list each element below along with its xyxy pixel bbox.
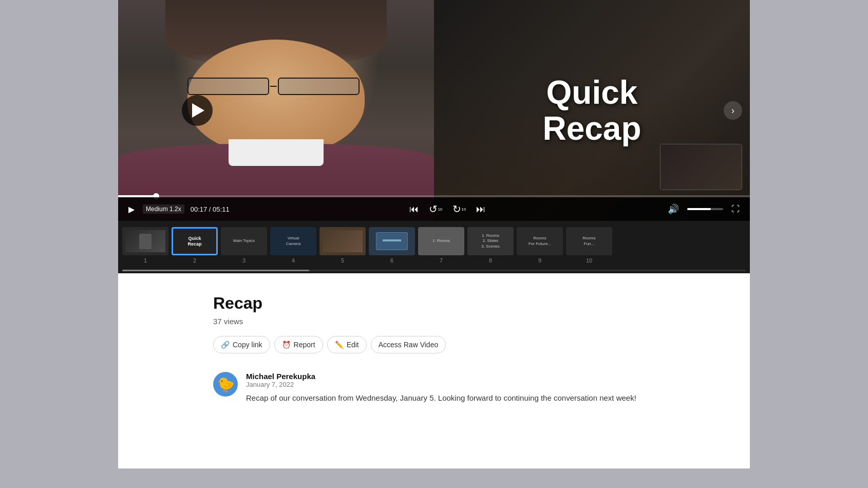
thumb-num-3: 3 — [242, 257, 246, 264]
thumb-img-5 — [319, 227, 366, 255]
thumb-text-9: RoomsFor Future... — [529, 236, 551, 247]
thumbnail-5[interactable]: 5 — [319, 227, 366, 264]
current-time: 00:17 / 05:11 — [191, 205, 230, 213]
thumbnail-6[interactable]: 6 — [369, 227, 415, 264]
scroll-bar-fill — [122, 270, 309, 271]
content-inner: Recap 37 views 🔗 Copy link ⏰ Report ✏️ E… — [203, 294, 665, 404]
avatar: 🐤 — [213, 372, 238, 397]
comment-content: Michael Perekupka January 7, 2022 Recap … — [246, 372, 655, 404]
thumb-text-4: VirtualCamera — [286, 236, 300, 247]
thumbnail-strip: 1 QuickRecap 2 Main Topics 3 VirtualCame… — [118, 221, 750, 268]
view-count: 37 views — [213, 317, 655, 326]
video-right-panel: Quick Recap › — [434, 0, 750, 221]
thumb-num-6: 6 — [390, 257, 393, 264]
volume-button[interactable]: 🔊 — [666, 201, 681, 217]
next-slide-button[interactable]: › — [724, 101, 742, 120]
thumb-text-3: Main Topics — [233, 238, 255, 243]
replay10-button[interactable]: ↺10 — [427, 201, 444, 217]
video-left-panel — [118, 0, 434, 221]
thumb-num-1: 1 — [144, 257, 147, 264]
controls-bar: ▶ Medium 1.2x 00:17 / 05:11 ⏮ ↺10 ↻10 ⏭ … — [118, 197, 750, 221]
content-section: Recap 37 views 🔗 Copy link ⏰ Report ✏️ E… — [118, 273, 750, 468]
thumbnail-2[interactable]: QuickRecap 2 — [172, 227, 218, 264]
play-button-overlay[interactable] — [182, 95, 213, 126]
thumb-img-4: VirtualCamera — [270, 227, 316, 255]
thumb-img-3: Main Topics — [221, 227, 267, 255]
thumbnail-9[interactable]: RoomsFor Future... 9 — [517, 227, 563, 264]
thumb-num-7: 7 — [440, 257, 443, 264]
volume-fill — [687, 208, 711, 210]
copy-link-button[interactable]: 🔗 Copy link — [213, 336, 270, 353]
thumb-num-2: 2 — [193, 257, 196, 264]
play-triangle-icon — [192, 103, 204, 118]
video-title: Recap — [213, 294, 655, 313]
edit-icon: ✏️ — [335, 341, 344, 349]
access-raw-video-button[interactable]: Access Raw Video — [371, 336, 446, 353]
report-icon: ⏰ — [282, 341, 291, 349]
pip-preview — [660, 144, 742, 190]
thumb-num-4: 4 — [292, 257, 295, 264]
thumbnail-10[interactable]: RoomsFun... 10 — [566, 227, 612, 264]
thumb-text-8: 1. Rooms2. Slides3. Scenes — [481, 233, 500, 249]
thumb-num-9: 9 — [538, 257, 541, 264]
thumbnail-7[interactable]: 1. Rooms 7 — [418, 227, 464, 264]
skip-forward-button[interactable]: ⏭ — [474, 202, 487, 217]
thumbnail-8[interactable]: 1. Rooms2. Slides3. Scenes 8 — [467, 227, 514, 264]
thumb-text-7: 1. Rooms — [432, 238, 450, 243]
fullscreen-button[interactable]: ⛶ — [729, 202, 742, 216]
avatar-emoji: 🐤 — [217, 376, 235, 393]
thumb-num-10: 10 — [586, 257, 592, 264]
thumb-img-2: QuickRecap — [172, 227, 218, 255]
thumb-num-5: 5 — [341, 257, 344, 264]
link-icon: 🔗 — [221, 341, 230, 349]
comment-date: January 7, 2022 — [246, 381, 655, 388]
scroll-indicator — [118, 268, 750, 273]
thumb-text-10: RoomsFun... — [582, 236, 595, 247]
thumbnail-3[interactable]: Main Topics 3 — [221, 227, 267, 264]
video-player[interactable]: Quick Recap › ▶ Medium 1.2x 00:17 / 0 — [118, 0, 750, 221]
comment-block: 🐤 Michael Perekupka January 7, 2022 Reca… — [213, 372, 655, 404]
playback-speed[interactable]: Medium 1.2x — [143, 204, 184, 214]
thumb-img-6 — [369, 227, 415, 255]
skip-back-button[interactable]: ⏮ — [407, 202, 421, 217]
play-pause-button[interactable]: ▶ — [126, 202, 137, 216]
scroll-bar — [122, 270, 746, 271]
thumb-img-1 — [122, 227, 168, 255]
thumb-img-8: 1. Rooms2. Slides3. Scenes — [467, 227, 514, 255]
edit-button[interactable]: ✏️ Edit — [327, 336, 367, 353]
thumb-img-7: 1. Rooms — [418, 227, 464, 255]
volume-slider[interactable] — [687, 208, 723, 210]
thumb-img-9: RoomsFor Future... — [517, 227, 563, 255]
forward10-button[interactable]: ↻10 — [450, 201, 468, 217]
page-container: Quick Recap › ▶ Medium 1.2x 00:17 / 0 — [118, 0, 750, 488]
thumbnail-1[interactable]: 1 — [122, 227, 168, 264]
commenter-name: Michael Perekupka — [246, 372, 655, 381]
thumb-img-10: RoomsFun... — [566, 227, 612, 255]
video-section: Quick Recap › ▶ Medium 1.2x 00:17 / 0 — [118, 0, 750, 273]
person-video — [118, 0, 434, 221]
thumbnail-4[interactable]: VirtualCamera 4 — [270, 227, 316, 264]
comment-text: Recap of our conversation from Wednesday… — [246, 392, 655, 404]
report-button[interactable]: ⏰ Report — [274, 336, 323, 353]
action-buttons: 🔗 Copy link ⏰ Report ✏️ Edit Access Raw … — [213, 336, 655, 353]
quick-recap-overlay: Quick Recap — [542, 74, 641, 147]
thumb-num-8: 8 — [489, 257, 492, 264]
